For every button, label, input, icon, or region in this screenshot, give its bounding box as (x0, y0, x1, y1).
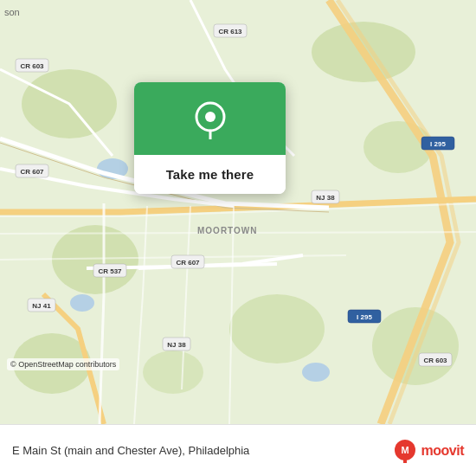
location-pin-icon (191, 101, 229, 139)
moovit-text: moovit (421, 443, 464, 459)
take-me-there-button[interactable]: Take me there (134, 155, 286, 194)
svg-point-7 (372, 307, 459, 385)
svg-point-10 (70, 294, 94, 312)
svg-point-11 (302, 363, 330, 382)
svg-text:CR 603: CR 603 (20, 62, 44, 70)
svg-text:I 295: I 295 (357, 313, 372, 321)
bottom-bar: E Main St (main and Chester Ave), Philad… (0, 424, 476, 476)
popup-header (134, 82, 286, 155)
svg-text:NJ 38: NJ 38 (167, 341, 186, 349)
svg-text:son: son (4, 7, 20, 17)
svg-text:CR 603: CR 603 (423, 357, 447, 364)
moovit-logo: M moovit (393, 439, 464, 463)
svg-text:CR 537: CR 537 (98, 267, 122, 275)
svg-text:NJ 38: NJ 38 (316, 194, 335, 202)
map-container: CR 613 CR 603 CR 607 CR 537 CR 607 NJ 38… (0, 0, 476, 424)
svg-point-8 (143, 351, 203, 394)
svg-text:MOORTOWN: MOORTOWN (197, 226, 257, 235)
location-label: E Main St (main and Chester Ave), Philad… (12, 444, 393, 457)
moovit-logo-icon: M (393, 439, 417, 463)
svg-text:NJ 41: NJ 41 (32, 302, 51, 310)
svg-text:CR 607: CR 607 (176, 259, 200, 267)
popup-card: Take me there (134, 82, 286, 194)
map-attribution: © OpenStreetMap contributors (7, 358, 119, 370)
svg-text:I 295: I 295 (430, 140, 446, 148)
svg-point-6 (229, 294, 325, 363)
svg-text:M: M (401, 445, 408, 455)
svg-text:CR 613: CR 613 (218, 28, 242, 35)
svg-text:CR 607: CR 607 (20, 168, 44, 176)
svg-point-37 (205, 112, 215, 122)
